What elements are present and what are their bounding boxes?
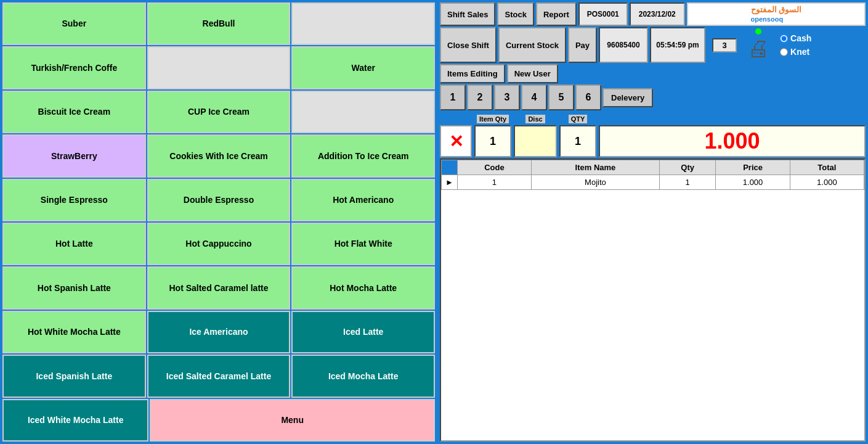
cancel-button[interactable]: ✕	[440, 125, 472, 157]
product-cookies-ice-cream[interactable]: Cookies With Ice Cream	[147, 134, 291, 177]
total-header: Total	[790, 160, 864, 175]
product-hot-americano[interactable]: Hot Americano	[291, 179, 435, 221]
total-cell: 1.000	[790, 175, 864, 190]
product-row-3: Biscuit Ice Cream CUP Ice Cream	[2, 91, 435, 133]
product-redbull[interactable]: RedBull	[147, 2, 291, 45]
disc-input[interactable]	[514, 125, 557, 157]
disc-label: Disc	[514, 113, 557, 124]
order-table-body: ► 1 Mojito 1 1.000 1.000	[442, 175, 864, 190]
product-hot-white-mocha[interactable]: Hot White Mocha Latte	[2, 311, 146, 353]
product-double-espresso[interactable]: Double Espresso	[147, 179, 291, 221]
product-hot-cappuccino[interactable]: Hot Cappuccino	[147, 223, 291, 265]
product-cup-ice-cream[interactable]: CUP Ice Cream	[147, 91, 291, 133]
product-iced-white-mocha[interactable]: Iced White Mocha Latte	[2, 399, 148, 442]
num-btn-1[interactable]: 1	[440, 84, 466, 110]
num-btn-5[interactable]: 5	[548, 84, 574, 110]
product-panel: Suber RedBull Turkish/French Coffe Water…	[0, 0, 437, 444]
new-user-button[interactable]: New User	[507, 64, 558, 83]
item-qty-input[interactable]	[474, 125, 511, 157]
product-strawberry[interactable]: StrawBerry	[2, 134, 146, 177]
close-shift-button[interactable]: Close Shift	[440, 27, 497, 63]
knet-radio[interactable]	[780, 48, 788, 56]
product-empty-1[interactable]	[291, 2, 435, 45]
product-row-10: Iced White Mocha Latte Menu	[2, 399, 435, 442]
product-iced-latte[interactable]: Iced Latte	[291, 311, 435, 353]
product-hot-mocha-latte[interactable]: Hot Mocha Latte	[291, 266, 435, 309]
items-editing-button[interactable]: Items Editing	[440, 64, 505, 83]
num-btn-2[interactable]: 2	[467, 84, 493, 110]
product-hot-salted-caramel[interactable]: Hot Salted Caramel latte	[147, 266, 291, 309]
price-header: Price	[716, 160, 790, 175]
phone-display: 96085400	[599, 27, 648, 63]
editing-bar: Items Editing New User	[440, 64, 866, 83]
num-btn-6[interactable]: 6	[575, 84, 601, 110]
cash-radio-label[interactable]: Cash	[780, 33, 811, 43]
product-iced-salted-caramel[interactable]: Iced Salted Caramel Latte	[147, 355, 291, 397]
item-name-header: Item Name	[532, 160, 660, 175]
shift-sales-button[interactable]: Shift Sales	[440, 2, 495, 26]
product-turkish-french[interactable]: Turkish/French Coffe	[2, 46, 146, 89]
payment-options: Cash Knet	[775, 27, 816, 63]
current-stock-button[interactable]: Current Stock	[498, 27, 566, 63]
total-display: 1.000	[599, 125, 866, 157]
price-cell: 1.000	[716, 175, 790, 190]
product-row-5: Single Espresso Double Espresso Hot Amer…	[2, 179, 435, 221]
right-panel: Shift Sales Stock Report POS0001 2023/12…	[437, 0, 868, 444]
arrow-cell: ►	[442, 175, 458, 190]
counter-display: 3	[712, 38, 737, 52]
stock-button[interactable]: Stock	[497, 2, 533, 26]
arrow-col-header	[442, 160, 458, 175]
product-ice-americano[interactable]: Ice Americano	[147, 311, 291, 353]
product-hot-latte[interactable]: Hot Latte	[2, 223, 146, 265]
product-iced-mocha-latte[interactable]: Iced Mocha Latte	[291, 355, 435, 397]
product-row-7: Hot Spanish Latte Hot Salted Caramel lat…	[2, 266, 435, 309]
code-header: Code	[457, 160, 531, 175]
knet-radio-label[interactable]: Knet	[780, 47, 811, 57]
num-btn-3[interactable]: 3	[494, 84, 520, 110]
product-single-espresso[interactable]: Single Espresso	[2, 179, 146, 221]
pay-button[interactable]: Pay	[568, 27, 597, 63]
order-table: Code Item Name Qty Price Total ► 1 Mojit…	[441, 160, 864, 190]
knet-label: Knet	[790, 47, 809, 57]
qty-cell: 1	[659, 175, 716, 190]
product-hot-spanish-latte[interactable]: Hot Spanish Latte	[2, 266, 146, 309]
table-row[interactable]: ► 1 Mojito 1 1.000 1.000	[442, 175, 864, 190]
qty-label: QTY	[559, 113, 596, 124]
product-addition-ice-cream[interactable]: Addition To Ice Cream	[291, 134, 435, 177]
item-qty-label: Item Qty	[474, 113, 511, 124]
product-row-8: Hot White Mocha Latte Ice Americano Iced…	[2, 311, 435, 353]
qty-header: Qty	[659, 160, 716, 175]
cash-radio[interactable]	[780, 35, 788, 43]
product-row-1: Suber RedBull	[2, 2, 435, 45]
product-suber[interactable]: Suber	[2, 2, 146, 45]
order-table-area: Code Item Name Qty Price Total ► 1 Mojit…	[440, 158, 866, 442]
product-biscuit-ice-cream[interactable]: Biscuit Ice Cream	[2, 91, 146, 133]
time-display: 05:54:59 pm	[650, 27, 705, 63]
product-row-6: Hot Latte Hot Cappuccino Hot Flat White	[2, 223, 435, 265]
product-water[interactable]: Water	[291, 46, 435, 89]
product-hot-flat-white[interactable]: Hot Flat White	[291, 223, 435, 265]
printer-status-dot	[755, 28, 761, 35]
top-bar: Shift Sales Stock Report POS0001 2023/12…	[440, 2, 866, 26]
product-row-4: StrawBerry Cookies With Ice Cream Additi…	[2, 134, 435, 177]
printer-area: 🖨	[744, 27, 773, 63]
qty-input[interactable]	[559, 125, 596, 157]
date-display: 2023/12/02	[630, 2, 685, 26]
control-labels-row: Item Qty Disc QTY	[440, 113, 866, 124]
item-name-cell: Mojito	[532, 175, 660, 190]
product-row-2: Turkish/French Coffe Water	[2, 46, 435, 89]
product-row-9: Iced Spanish Latte Iced Salted Caramel L…	[2, 355, 435, 397]
product-empty-2[interactable]	[147, 46, 291, 89]
pos-id-display: POS0001	[578, 2, 628, 26]
code-cell: 1	[457, 175, 531, 190]
report-button[interactable]: Report	[536, 2, 577, 26]
product-iced-spanish-latte[interactable]: Iced Spanish Latte	[2, 355, 146, 397]
second-bar: Close Shift Current Stock Pay 96085400 0…	[440, 27, 866, 63]
logo-area: السوق المفتوحopensooq	[687, 2, 866, 26]
delivery-button[interactable]: Delevery	[602, 88, 653, 107]
printer-icon: 🖨	[747, 36, 769, 62]
product-empty-3[interactable]	[291, 91, 435, 133]
cash-label: Cash	[790, 33, 811, 43]
product-menu[interactable]: Menu	[150, 399, 435, 442]
num-btn-4[interactable]: 4	[521, 84, 547, 110]
